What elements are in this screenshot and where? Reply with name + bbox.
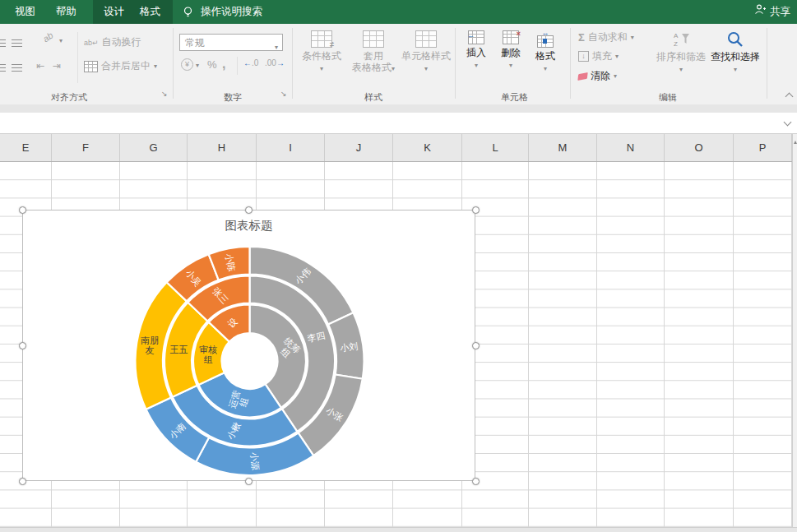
group-divider [767, 28, 767, 99]
resize-handle[interactable] [19, 478, 26, 485]
wrap-text-icon: ab↵ [84, 39, 99, 47]
group-label-editing: 编辑 [659, 91, 677, 104]
number-format-combo[interactable]: 常规 ▾ [179, 34, 283, 51]
fill-button[interactable]: ↓ 填充 ▾ [578, 49, 619, 63]
dropdown-arrow-icon: ▾ [154, 62, 157, 70]
column-header-N[interactable]: N [597, 134, 665, 161]
align-top-icon[interactable] [0, 35, 6, 50]
column-header-I[interactable]: I [257, 134, 325, 161]
fill-down-icon: ↓ [578, 51, 589, 62]
orientation-icon[interactable]: ab [41, 30, 55, 44]
collapse-ribbon-icon[interactable] [785, 93, 794, 101]
percent-style-icon[interactable]: % [207, 58, 217, 71]
segment-label-小源: 小源 [249, 451, 261, 470]
divider [237, 57, 238, 75]
decrease-indent-icon[interactable]: ⇤ [36, 60, 44, 72]
increase-decimal-icon[interactable]: ←.0 [243, 58, 258, 67]
lightbulb-icon [182, 6, 194, 21]
chart-object[interactable]: 图表标题 统筹组李四小伟小刘小张运营组小楸小源小南审核组王五南朋友设张三小吴小陈 [22, 210, 475, 481]
resize-handle[interactable] [19, 342, 26, 349]
dropdown-arrow-icon: ▾ [734, 66, 737, 73]
increase-indent-icon[interactable]: ⇥ [53, 60, 61, 72]
divider [77, 32, 78, 83]
tab-chart-format[interactable]: 格式 [135, 0, 165, 24]
tab-chart-design[interactable]: 设计 [99, 0, 129, 24]
cell-styles-icon [415, 30, 437, 48]
column-header-F[interactable]: F [52, 134, 120, 161]
blue-arrow-icon: → [276, 58, 285, 67]
group-label-cells: 单元格 [501, 91, 528, 104]
decrease-decimal-icon[interactable]: .00→ [265, 58, 285, 67]
dropdown-arrow-icon: ▾ [392, 65, 395, 72]
gridline [596, 162, 597, 527]
blue-arrow-icon: ← [243, 58, 252, 67]
resize-handle[interactable] [472, 342, 480, 349]
scroll-up-icon[interactable] [794, 141, 797, 144]
dropdown-arrow-icon: ▾ [615, 53, 619, 60]
column-header-L[interactable]: L [462, 134, 529, 161]
column-header-J[interactable]: J [325, 134, 393, 161]
resize-handle[interactable] [245, 206, 253, 214]
column-headers: EFGHIJKLMNOP [0, 134, 792, 162]
autosum-button[interactable]: Σ 自动求和 ▾ [578, 30, 634, 44]
find-select-button[interactable]: 查找和选择 ▾ [708, 30, 762, 76]
column-header-P[interactable]: P [734, 134, 792, 161]
tab-help[interactable]: 帮助 [51, 0, 81, 24]
expand-formula-bar-icon[interactable] [784, 118, 792, 127]
dropdown-arrow-icon: ▾ [679, 66, 683, 73]
column-header-E[interactable]: E [0, 134, 52, 161]
dropdown-arrow-icon: ▾ [544, 65, 547, 72]
merge-center-icon [84, 61, 98, 72]
comma-style-icon[interactable]: , [222, 57, 225, 72]
column-header-H[interactable]: H [188, 134, 257, 161]
svg-text:A: A [674, 32, 679, 39]
dropdown-arrow-icon: ▾ [475, 62, 478, 69]
sort-filter-button[interactable]: AZ 排序和筛选 ▾ [654, 30, 708, 76]
column-header-G[interactable]: G [120, 134, 188, 161]
tab-view[interactable]: 视图 [10, 0, 40, 24]
accounting-format-icon[interactable]: ¥ [181, 58, 193, 71]
format-as-table-button[interactable]: 套用 表格格式▾ [348, 30, 399, 75]
merge-center-button[interactable]: 合并后居中 ▾ [84, 59, 157, 73]
cell-styles-button[interactable]: 单元格样式 ▾ [401, 30, 452, 75]
column-header-M[interactable]: M [529, 134, 597, 161]
delete-cells-button[interactable]: × 删除 ▾ [494, 30, 527, 72]
insert-cells-button[interactable]: ← 插入 ▾ [460, 30, 493, 72]
group-cells: ← 插入 ▾ × 删除 ▾ ↔ 格式 ▾ 单元格 [455, 24, 570, 104]
dropdown-arrow-icon: ▾ [275, 39, 278, 56]
ribbon: ab ▾ ⇤ ⇥ ab↵ 自动换行 合并后居中 ▾ 对齐方式 ↘ 常规 ▾ ¥ … [0, 24, 797, 105]
resize-handle[interactable] [472, 206, 480, 214]
vertical-scrollbar[interactable] [792, 134, 797, 527]
resize-handle[interactable] [245, 478, 253, 485]
gridline [733, 162, 734, 527]
wrap-text-button[interactable]: ab↵ 自动换行 [84, 35, 141, 49]
group-number: 常规 ▾ ¥ ▾ % , ←.0 .00→ 数字 ↘ [173, 24, 292, 104]
resize-handle[interactable] [472, 478, 480, 485]
group-label-alignment: 对齐方式 [51, 91, 87, 104]
group-label-number: 数字 [224, 91, 242, 104]
clear-button[interactable]: 清除 ▾ [578, 69, 617, 83]
column-header-K[interactable]: K [393, 134, 462, 161]
dialog-launcher-icon[interactable]: ↘ [161, 90, 168, 98]
ribbon-bottom-gap [0, 104, 797, 113]
eraser-icon [577, 72, 587, 80]
group-label-styles: 样式 [364, 91, 382, 104]
dropdown-arrow-icon: ▾ [196, 62, 199, 69]
conditional-format-button[interactable]: ≠ 条件格式 ▾ [299, 30, 345, 75]
column-header-O[interactable]: O [665, 134, 734, 161]
dialog-launcher-icon[interactable]: ↘ [280, 90, 287, 98]
format-cells-button[interactable]: ↔ 格式 ▾ [529, 30, 562, 75]
status-bar-strip [0, 527, 797, 532]
delete-cells-icon: × [503, 30, 519, 44]
dropdown-arrow-icon: ▾ [631, 34, 634, 41]
align-center-icon[interactable] [12, 60, 22, 75]
group-editing: Σ 自动求和 ▾ ↓ 填充 ▾ 清除 ▾ AZ 排序和筛选 ▾ 查找和选择 ▾ … [570, 24, 767, 104]
formula-bar[interactable] [0, 113, 797, 134]
align-left-icon[interactable] [0, 60, 6, 75]
person-plus-icon [754, 0, 767, 24]
align-middle-icon[interactable] [12, 35, 22, 50]
sunburst-chart[interactable]: 统筹组李四小伟小刘小张运营组小楸小源小南审核组王五南朋友设张三小吴小陈 [23, 210, 476, 482]
share-button[interactable]: 共享 [754, 0, 790, 24]
resize-handle[interactable] [19, 206, 26, 214]
tellme-search[interactable]: 操作说明搜索 [196, 0, 267, 24]
